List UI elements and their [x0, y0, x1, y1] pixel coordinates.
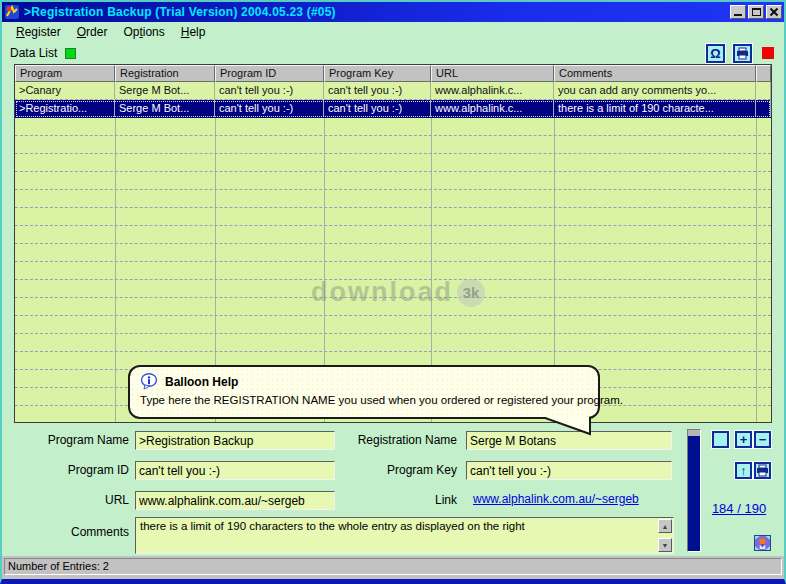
col-header-comments[interactable]: Comments — [554, 65, 756, 82]
app-icon — [4, 4, 20, 20]
green-indicator — [65, 48, 76, 59]
minus-icon: − — [759, 434, 767, 446]
menu-bar: Register Order Options Help — [2, 22, 784, 42]
close-button[interactable] — [766, 5, 782, 19]
row-filler — [756, 82, 771, 99]
col-header-url[interactable]: URL — [431, 65, 554, 82]
balloon-title: Balloon Help — [165, 375, 238, 389]
capacity-bar — [687, 429, 701, 552]
menu-item-options[interactable]: Options — [115, 23, 172, 41]
link-label: Link — [332, 491, 457, 510]
status-bar: Number of Entries: 2 — [2, 556, 784, 579]
move-up-button[interactable]: ↑ — [735, 462, 752, 479]
scroll-up-button[interactable]: ▲ — [658, 519, 672, 533]
capacity-fill — [688, 436, 700, 551]
omega-icon: Ω — [710, 46, 720, 61]
balloon-tail-icon — [545, 417, 593, 437]
info-icon — [140, 373, 158, 390]
picture-icon — [755, 536, 770, 550]
menu-item-help[interactable]: Help — [173, 23, 214, 41]
balloon-text: Type here the REGISTRATION NAME you used… — [140, 394, 588, 406]
printer-icon — [756, 464, 769, 477]
add-entry-button[interactable]: + — [735, 431, 752, 448]
program-key-input[interactable] — [466, 461, 672, 480]
omega-button[interactable]: Ω — [706, 44, 725, 63]
up-arrow-icon: ↑ — [740, 465, 747, 477]
printer-icon — [736, 47, 749, 60]
registration-name-label: Registration Name — [332, 431, 457, 450]
comments-label: Comments — [2, 523, 129, 542]
url-input[interactable] — [135, 491, 335, 510]
table-row[interactable]: >Canary Serge M Bot... can't tell you :-… — [15, 82, 771, 100]
maximize-button[interactable] — [748, 5, 764, 19]
remove-entry-button[interactable]: − — [754, 431, 771, 448]
close-icon — [769, 7, 779, 17]
comments-input[interactable]: there is a limit of 190 characters to th… — [135, 517, 674, 554]
program-name-input[interactable] — [135, 431, 335, 450]
print-button[interactable] — [733, 44, 752, 63]
col-header-filler — [756, 65, 771, 82]
print-entry-button[interactable] — [754, 462, 771, 479]
arrow-up-icon: ▲ — [662, 523, 669, 530]
col-header-registration[interactable]: Registration — [115, 65, 215, 82]
col-header-program[interactable]: Program — [15, 65, 115, 82]
scroll-down-button[interactable]: ▼ — [658, 538, 672, 552]
table-header: Program Registration Program ID Program … — [15, 65, 771, 82]
url-label: URL — [2, 491, 129, 510]
picture-button[interactable] — [754, 535, 771, 551]
red-indicator — [762, 47, 774, 59]
minimize-icon — [734, 14, 742, 16]
menu-item-register[interactable]: Register — [8, 23, 69, 41]
balloon-help: Balloon Help Type here the REGISTRATION … — [128, 365, 600, 419]
window-controls — [730, 5, 782, 19]
url-link[interactable]: www.alphalink.com.au/~sergeb — [473, 492, 639, 506]
maximize-icon — [752, 8, 761, 16]
title-bar[interactable]: >Registration Backup (Trial Version) 200… — [2, 2, 784, 22]
program-id-input[interactable] — [135, 461, 335, 480]
blank-button[interactable] — [712, 431, 729, 448]
arrow-down-icon: ▼ — [662, 542, 669, 549]
character-counter-link[interactable]: 184 / 190 — [706, 501, 772, 516]
program-id-label: Program ID — [2, 461, 129, 480]
table-row-selected[interactable]: >Registratio... Serge M Bot... can't tel… — [15, 100, 771, 118]
program-key-label: Program Key — [332, 461, 457, 480]
plus-icon: + — [740, 434, 748, 446]
app-window: >Registration Backup (Trial Version) 200… — [0, 0, 786, 584]
row-filler — [756, 100, 771, 117]
entry-form: Program Name Program ID URL Registration… — [2, 423, 784, 556]
col-header-program-key[interactable]: Program Key — [324, 65, 431, 82]
program-name-label: Program Name — [2, 431, 129, 450]
minimize-button[interactable] — [730, 5, 746, 19]
col-header-program-id[interactable]: Program ID — [215, 65, 324, 82]
data-list-label: Data List — [10, 46, 57, 60]
menu-item-order[interactable]: Order — [69, 23, 116, 41]
toolbar: Data List Ω — [2, 42, 784, 64]
page-title: >Registration Backup (Trial Version) 200… — [24, 5, 336, 19]
status-text: Number of Entries: 2 — [4, 558, 782, 575]
